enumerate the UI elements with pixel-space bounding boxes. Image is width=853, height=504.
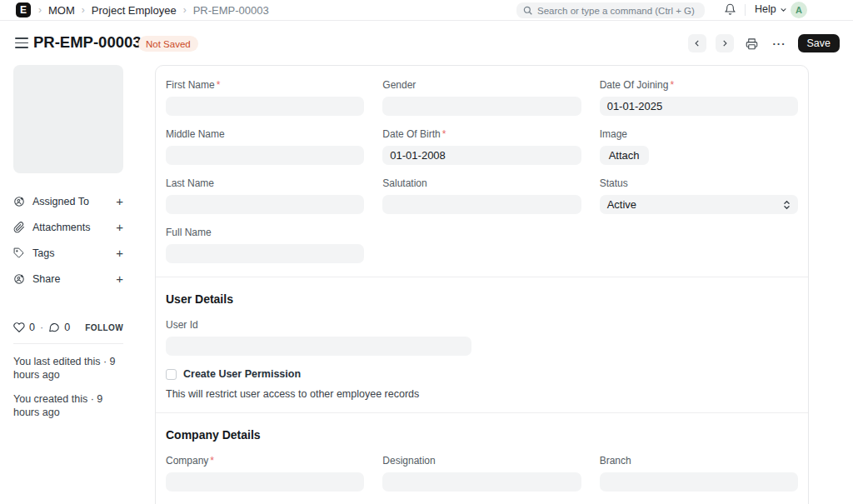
field-first-name: First Name* [166,79,364,116]
breadcrumb-project-employee[interactable]: Project Employee [92,4,177,17]
print-button[interactable] [743,34,761,52]
top-navbar: E › MOM › Project Employee › PR-EMP-0000… [0,0,853,21]
field-image: Image Attach [600,128,798,165]
field-label: Gender [382,79,581,91]
add-share-button[interactable]: + [116,272,123,285]
select-chevrons-icon [783,200,791,210]
middle-name-input[interactable] [166,146,364,165]
global-search[interactable] [516,2,705,18]
sidebar-item-assigned-to[interactable]: Assigned To + [13,188,123,214]
engagement-row: 0 · 0 FOLLOW [13,322,123,333]
date-of-birth-input[interactable]: 01-01-2008 [382,146,581,165]
search-input[interactable] [537,6,698,16]
date-of-joining-input[interactable]: 01-01-2025 [600,97,798,116]
status-value: Active [607,198,636,211]
user-id-input[interactable] [166,337,471,356]
field-salutation: Salutation [382,177,581,214]
likes-count: 0 [29,322,35,333]
sidebar-item-attachments[interactable]: Attachments + [13,214,123,240]
form-card: First Name* Gender Date Of Joining* 01-0… [155,65,809,504]
field-company: Company* [166,455,364,492]
more-options-button[interactable]: ··· [771,34,789,52]
search-icon [523,6,532,15]
field-label: Last Name [166,177,364,189]
employee-image-placeholder[interactable] [13,65,123,173]
field-label: Date Of Birth [382,128,440,140]
attach-image-button[interactable]: Attach [600,146,649,165]
document-sidebar: Assigned To + Attachments + Tags + Share… [13,65,123,419]
required-asterisk: * [210,455,214,467]
chevron-right-icon [721,39,729,47]
chevron-down-icon [780,6,787,13]
chevron-right-icon: › [38,4,42,16]
sidebar-item-tags[interactable]: Tags + [13,240,123,266]
breadcrumb-mom[interactable]: MOM [48,4,75,17]
section-user-details: User Details User Id Create User Permiss… [156,277,808,412]
ellipsis-icon: ··· [773,38,786,49]
help-label: Help [755,3,776,15]
field-label: Branch [600,455,798,467]
first-name-input[interactable] [166,97,364,116]
field-label: Salutation [382,177,581,189]
sidebar-item-label: Tags [32,247,116,259]
checkbox-icon[interactable] [166,369,177,380]
chevron-left-icon [693,39,701,47]
field-label: Designation [382,455,581,467]
full-name-input[interactable] [166,244,364,263]
dot-separator: · [40,322,43,333]
gender-input[interactable] [382,97,581,116]
required-asterisk: * [670,79,674,91]
field-designation: Designation [382,455,581,492]
chevron-right-icon: › [82,4,85,16]
help-menu[interactable]: Help [755,3,787,15]
branch-input[interactable] [600,472,798,492]
tag-icon [13,247,26,259]
field-user-id: User Id [166,319,798,356]
navbar-divider [745,4,746,16]
sidebar-item-label: Assigned To [32,196,116,207]
sidebar-item-label: Share [32,273,116,285]
breadcrumb: › MOM › Project Employee › PR-EMP-00003 [38,0,269,20]
comments-count: 0 [64,322,70,333]
designation-input[interactable] [382,472,581,492]
field-label: Image [600,128,798,140]
section-company-details: Company Details Company* Designation Bra… [156,412,808,504]
sidebar-toggle-button[interactable] [15,37,28,48]
app-logo[interactable]: E [16,2,31,17]
share-user-icon [13,273,26,285]
save-button[interactable]: Save [798,34,841,52]
salutation-input[interactable] [382,195,581,214]
checkbox-label: Create User Permission [183,368,301,380]
breadcrumb-current: PR-EMP-00003 [193,4,269,17]
field-last-name: Last Name [166,177,364,214]
comment-icon[interactable] [48,322,60,333]
previous-document-button[interactable] [688,34,706,52]
page-title: PR-EMP-00003 [33,33,142,52]
user-avatar[interactable]: A [791,2,807,18]
field-label: First Name [166,79,215,91]
last-name-input[interactable] [166,195,364,214]
printer-icon [746,37,758,50]
add-tag-button[interactable]: + [116,247,123,259]
status-badge: Not Saved [138,36,198,52]
user-permission-helper-text: This will restrict user access to other … [166,388,798,400]
follow-button[interactable]: FOLLOW [85,323,123,332]
field-label: User Id [166,319,798,331]
page-header: PR-EMP-00003 Not Saved ··· Save [0,30,853,57]
field-date-of-birth: Date Of Birth* 01-01-2008 [382,128,581,165]
field-date-of-joining: Date Of Joining* 01-01-2025 [600,79,798,116]
next-document-button[interactable] [716,34,734,52]
bell-icon [724,3,736,16]
notifications-button[interactable] [724,3,736,19]
add-attachment-button[interactable]: + [116,221,123,233]
add-assignment-button[interactable]: + [116,195,123,207]
field-status: Status Active [600,177,798,214]
last-edited-note[interactable]: You last edited this · 9 hours ago [13,356,123,382]
status-select[interactable]: Active [600,195,798,214]
heart-icon[interactable] [13,322,25,333]
create-user-permission-checkbox-row[interactable]: Create User Permission [166,368,798,380]
created-note[interactable]: You created this · 9 hours ago [13,393,123,419]
sidebar-item-share[interactable]: Share + [13,266,123,292]
company-input[interactable] [166,472,364,492]
section-personal: First Name* Gender Date Of Joining* 01-0… [156,66,808,277]
